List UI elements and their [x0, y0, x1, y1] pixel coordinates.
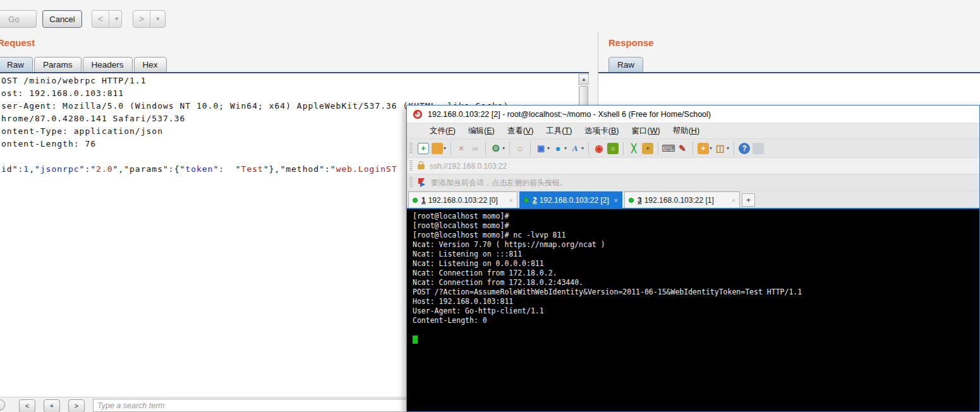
terminal-cursor [413, 336, 418, 344]
session-properties-dropdown-icon[interactable]: ▾ [502, 145, 505, 151]
go-button[interactable]: Go [0, 10, 37, 28]
menu-item-tabs[interactable]: 选项卡(B) [578, 126, 625, 136]
menu-item-file[interactable]: 文件(F) [423, 126, 462, 136]
terminal-line: Host: 192.168.0.103:811 [413, 297, 979, 306]
window-title: 192.168.0.103:22 [2] - root@localhost:~/… [428, 110, 711, 119]
highlight-pen-icon[interactable]: ✎ [677, 143, 688, 154]
menu-item-window[interactable]: 窗口(W) [626, 126, 667, 136]
search-prev-button[interactable]: < [19, 399, 35, 412]
lock-icon[interactable]: ● [642, 143, 653, 154]
keyboard-icon[interactable]: ⌨ [663, 143, 674, 154]
connected-dot-icon [413, 198, 418, 203]
info-text: 要添加当前会话，点击左侧的箭头按钮。 [431, 178, 567, 188]
xshell-window: 192.168.0.103:22 [2] - root@localhost:~/… [406, 105, 980, 412]
terminal-blank-line [413, 325, 979, 335]
reconnect-icon[interactable]: ∞ [469, 143, 481, 154]
request-line: ost: 192.168.0.103:811 [0, 87, 588, 100]
connected-dot-icon [524, 198, 529, 203]
xshell-toolbar: + ▾ × ∞ ⚙ ▾ ○ ▣ ▾ ● ▾ A ▾ ◉ ○ ╳ ● ⌨ [407, 138, 979, 157]
json-string: web.LoginST [336, 164, 397, 174]
menu-item-view[interactable]: 查看(V) [501, 126, 540, 136]
xshell-menu-bar: 文件(F) 编辑(E) 查看(V) 工具(T) 选项卡(B) 窗口(W) 帮助(… [407, 123, 979, 138]
compose-icon[interactable]: ▣ [535, 143, 547, 154]
terminal-line: [root@localhost momo]# [413, 221, 979, 231]
add-session-arrow-icon[interactable] [418, 178, 426, 187]
address-url[interactable]: ssh://192.168.0.103:22 [430, 162, 507, 171]
close-tab-icon[interactable]: × [732, 197, 735, 204]
prev-arrow-label: < [92, 14, 109, 24]
response-tab-raw[interactable]: Raw [608, 57, 643, 73]
xshell-title-bar[interactable]: 192.168.0.103:22 [2] - root@localhost:~/… [407, 106, 979, 123]
fullscreen-icon[interactable]: ╳ [628, 143, 639, 154]
help-icon[interactable]: ? [739, 143, 750, 154]
font-dropdown-icon[interactable]: ▾ [581, 145, 584, 151]
address-bar-grip[interactable] [409, 161, 413, 172]
request-tab-raw[interactable]: Raw [0, 57, 33, 73]
open-folder-icon[interactable] [432, 143, 443, 154]
xagent-icon[interactable]: ○ [607, 143, 619, 154]
terminal-line: Ncat: Version 7.70 ( https://nmap.org/nc… [413, 240, 979, 250]
menu-item-tools[interactable]: 工具(T) [540, 126, 578, 136]
xshell-spiral-icon[interactable]: ◉ [593, 143, 605, 154]
xshell-info-bar: 要添加当前会话，点击左侧的箭头按钮。 [407, 174, 979, 191]
json-punct: "},"method":" [263, 164, 336, 174]
search-next-button[interactable]: > [68, 399, 85, 412]
request-tab-headers[interactable]: Headers [83, 57, 133, 73]
next-request-button[interactable]: > ▼ [133, 10, 166, 28]
window-layout-dropdown-icon[interactable]: ▾ [727, 145, 729, 151]
disconnect-icon[interactable]: × [456, 143, 467, 154]
menu-item-help[interactable]: 帮助(H) [667, 126, 706, 136]
response-tab-underline [598, 72, 980, 73]
find-icon[interactable]: ○ [514, 143, 526, 154]
compose-dropdown-icon[interactable]: ▾ [547, 145, 550, 151]
terminal-line: Ncat: Connection from 172.18.0.2. [413, 269, 979, 278]
prev-dropdown-icon[interactable]: ▼ [109, 11, 124, 27]
terminal-line: Ncat: Listening on :::811 [413, 250, 979, 259]
window-layout-icon[interactable]: ◫ [715, 143, 726, 154]
terminal-line: Ncat: Connection from 172.18.0.2:43440. [413, 278, 979, 288]
terminal-line: POST /?Action=AssumeRoleWithWebIdentity&… [413, 288, 979, 297]
session-tab-2-active[interactable]: 2 192.168.0.103:22 [2] × [519, 191, 622, 208]
session-tab-1[interactable]: 1 192.168.0.103:22 [0] × [408, 191, 517, 208]
cancel-button[interactable]: Cancel [42, 10, 82, 28]
info-bar-grip[interactable] [409, 177, 413, 188]
session-properties-icon[interactable]: ⚙ [490, 143, 502, 154]
open-folder-dropdown-icon[interactable]: ▾ [444, 145, 446, 151]
json-key: jsonrpc [40, 164, 80, 174]
menu-item-edit[interactable]: 编辑(E) [462, 126, 501, 136]
request-tab-params[interactable]: Params [34, 57, 82, 73]
json-punct: ," [29, 164, 40, 174]
request-panel-title: Request [0, 37, 35, 48]
close-tab-icon[interactable]: × [509, 197, 513, 204]
screen: Go Cancel < ▼ > ▼ Request Raw Params Hea… [0, 0, 980, 412]
encoding-globe-icon[interactable]: ● [552, 143, 564, 154]
json-string: 2.0 [96, 164, 112, 174]
toolbar-grip[interactable] [409, 143, 413, 154]
terminal[interactable]: [root@localhost momo]# [root@localhost m… [407, 208, 979, 411]
encoding-dropdown-icon[interactable]: ▾ [564, 145, 567, 151]
terminal-line: [root@localhost momo]# nc -lvvp 811 [413, 231, 979, 240]
help-button[interactable] [0, 399, 5, 411]
prev-request-button[interactable]: < ▼ [92, 10, 122, 28]
new-terminal-icon[interactable]: + [418, 143, 429, 154]
message-bubble-icon[interactable] [753, 143, 764, 154]
new-file-dropdown-icon[interactable]: ▾ [710, 145, 712, 151]
xshell-address-bar: ssh://192.168.0.103:22 [407, 157, 979, 174]
font-icon[interactable]: A [569, 143, 581, 154]
json-key: token [185, 164, 213, 174]
terminal-cursor-line [413, 335, 979, 344]
next-dropdown-icon[interactable]: ▼ [150, 11, 165, 27]
new-tab-button[interactable]: + [742, 193, 755, 207]
session-tab-3[interactable]: 3 192.168.0.103:22 [1] × [624, 191, 740, 208]
new-file-icon[interactable]: + [698, 143, 709, 154]
search-add-button[interactable]: + [44, 399, 60, 412]
request-tab-hex[interactable]: Hex [134, 57, 167, 73]
connected-dot-icon [629, 198, 634, 203]
json-key: id": [1, 164, 23, 174]
close-tab-icon[interactable]: × [614, 197, 618, 204]
json-number: 1 [23, 164, 29, 174]
scroll-up-icon[interactable]: ▲ [579, 74, 589, 85]
response-tab-bar: Raw [608, 55, 644, 73]
json-punct: ": " [213, 164, 241, 174]
ssh-lock-icon [418, 164, 425, 169]
